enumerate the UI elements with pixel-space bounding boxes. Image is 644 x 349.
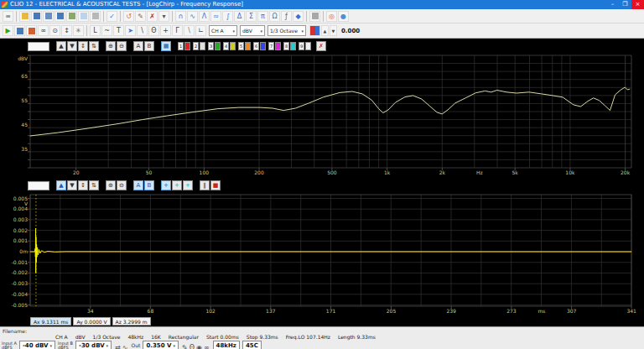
- channel-a-button[interactable]: A: [133, 180, 143, 190]
- open-button[interactable]: [19, 11, 30, 22]
- curve-slot-4-button[interactable]: 4: [223, 42, 229, 50]
- save-as-button[interactable]: [43, 11, 54, 22]
- temperature-box[interactable]: 45C: [242, 341, 262, 349]
- io-swap-icon[interactable]: ⇄: [115, 344, 121, 349]
- channel-b-button[interactable]: B: [144, 180, 154, 190]
- close-button[interactable]: ×: [631, 0, 644, 9]
- curve-slot-9-color[interactable]: [305, 42, 311, 50]
- folder-button[interactable]: [78, 11, 89, 22]
- attach-button[interactable]: [309, 11, 320, 22]
- maximize-button[interactable]: ❐: [619, 0, 631, 9]
- decay-button[interactable]: \: [184, 25, 195, 36]
- output-level-select[interactable]: 0.350 V▾: [143, 341, 179, 349]
- analysis-rc-icon[interactable]: ◆: [293, 11, 304, 22]
- edit-button[interactable]: ✎: [135, 11, 146, 22]
- move-up-button[interactable]: ▲: [56, 180, 66, 190]
- step-button[interactable]: Γ: [172, 25, 183, 36]
- analysis-mls-icon[interactable]: ∿: [187, 11, 198, 22]
- units-select[interactable]: dBV▾: [240, 25, 265, 36]
- refresh-button[interactable]: ↺: [123, 11, 134, 22]
- save-button[interactable]: [31, 11, 42, 22]
- zoom-out-button[interactable]: ⊖: [117, 41, 127, 51]
- marker-button[interactable]: +: [160, 25, 171, 36]
- analysis-waterfall-icon[interactable]: ∫: [222, 11, 233, 22]
- curve-slot-2-button[interactable]: 2: [193, 42, 199, 50]
- autorange-icon[interactable]: ↕: [61, 25, 72, 36]
- expand-y-button[interactable]: ↕: [78, 41, 88, 51]
- phase-button[interactable]: Θ: [148, 25, 159, 36]
- delay-down-button[interactable]: ▼: [330, 25, 337, 36]
- marker-value-az[interactable]: Az 3.2999 m: [112, 317, 151, 326]
- curve-slot-8-button[interactable]: 8: [283, 42, 289, 50]
- cd-player-icon[interactable]: ◉: [196, 344, 202, 349]
- curve-slot-5-button[interactable]: 5: [238, 42, 244, 50]
- analysis-sinusoidal-icon[interactable]: ≈: [210, 11, 221, 22]
- analysis-directivity-icon[interactable]: Δ: [234, 11, 245, 22]
- input-b-range-select[interactable]: -30 dBV▾: [75, 341, 112, 349]
- curve-slot-6-color[interactable]: [260, 42, 266, 50]
- curve-slot-9-button[interactable]: 9: [299, 42, 304, 50]
- analysis-meter-icon[interactable]: Ω: [269, 11, 280, 22]
- help-lifebuoy-icon[interactable]: ◎: [326, 11, 337, 22]
- analysis-logchirp-icon[interactable]: Λ: [199, 11, 210, 22]
- move-down-button[interactable]: ▼: [67, 41, 77, 51]
- minimize-button[interactable]: –: [606, 0, 619, 9]
- marker-value-ax[interactable]: Ax 9.1311 ms: [30, 317, 71, 326]
- channel-a-button[interactable]: A: [133, 41, 143, 51]
- zoom-out-button[interactable]: ⊖: [117, 180, 127, 190]
- impulse-response-chart[interactable]: 3468102137171205239273307341ms0.0050.004…: [0, 191, 644, 317]
- loop-icon[interactable]: ∞: [204, 344, 210, 349]
- generator-icon[interactable]: ∿: [122, 344, 128, 349]
- analysis-fft-icon[interactable]: ∩: [175, 11, 186, 22]
- marker-a-button[interactable]: +: [172, 180, 182, 190]
- channel-b-button[interactable]: B: [144, 41, 154, 51]
- curve-slot-3-color[interactable]: [215, 42, 221, 50]
- curve-slot-6-button[interactable]: 6: [253, 42, 259, 50]
- loop-icon[interactable]: ∞: [38, 25, 49, 36]
- channel-select[interactable]: CH A▾: [209, 25, 237, 36]
- move-down-button[interactable]: ▼: [67, 180, 77, 190]
- save-result-button[interactable]: [14, 25, 25, 36]
- verify-button[interactable]: ✓: [106, 11, 117, 22]
- mic-icon[interactable]: ⊙: [49, 25, 60, 36]
- samplerate-box[interactable]: 48kHz: [213, 341, 240, 349]
- curve-slot-7-button[interactable]: 7: [268, 42, 274, 50]
- zoom-in-button[interactable]: ⊕: [106, 180, 116, 190]
- stop-button[interactable]: ■: [210, 180, 221, 190]
- analysis-impedance-icon[interactable]: Σ: [246, 11, 257, 22]
- start-button[interactable]: ▶: [3, 25, 13, 36]
- analysis-thd-icon[interactable]: π: [257, 11, 268, 22]
- move-up-button[interactable]: ▲: [56, 41, 66, 51]
- curve-slot-3-button[interactable]: 3: [208, 42, 214, 50]
- title-bar[interactable]: CLIO 12 - ELECTRICAL & ACOUSTICAL TESTS …: [0, 0, 644, 9]
- curve-slot-5-color[interactable]: [245, 42, 251, 50]
- analysis-fa-icon[interactable]: ƒ: [281, 11, 292, 22]
- slope-button[interactable]: \: [137, 25, 148, 36]
- frequency-response-chart[interactable]: 20501002005001k2k5k10k20kHzdBV65554535: [0, 52, 644, 179]
- curve-slot-1-button[interactable]: 1: [178, 42, 184, 50]
- curve-slot-8-color[interactable]: [290, 42, 296, 50]
- timer-icon[interactable]: Θ: [190, 344, 195, 349]
- pointer-button[interactable]: ➤: [125, 25, 136, 36]
- balance-button[interactable]: T: [113, 25, 124, 36]
- curve-slot-2-color[interactable]: [200, 42, 205, 50]
- print-button[interactable]: [90, 11, 101, 22]
- marker-value-ay[interactable]: Ay 0.0000 V: [73, 317, 110, 326]
- curve-slot-7-color[interactable]: [275, 42, 281, 50]
- compress-y-button[interactable]: ⇅: [89, 180, 99, 190]
- edit-pencil-icon[interactable]: ✎: [182, 344, 188, 349]
- legend-button[interactable]: [26, 25, 37, 36]
- scale-button[interactable]: L: [90, 25, 101, 36]
- delay-up-button[interactable]: ▲: [321, 25, 329, 36]
- marker-b-button[interactable]: +: [183, 180, 193, 190]
- style-button[interactable]: ▦: [161, 41, 171, 51]
- expand-y-button[interactable]: ↕: [78, 180, 88, 190]
- import-button[interactable]: [66, 11, 77, 22]
- curve-slot-1-color[interactable]: [184, 42, 190, 50]
- marker-color-icon[interactable]: [309, 25, 320, 36]
- compress-y-button[interactable]: ⇅: [89, 41, 99, 51]
- clear-curves-button[interactable]: ✗: [316, 41, 326, 51]
- smoothing-button[interactable]: ~: [101, 25, 112, 36]
- export-button[interactable]: [55, 11, 65, 22]
- online-help-icon[interactable]: ●: [338, 11, 349, 22]
